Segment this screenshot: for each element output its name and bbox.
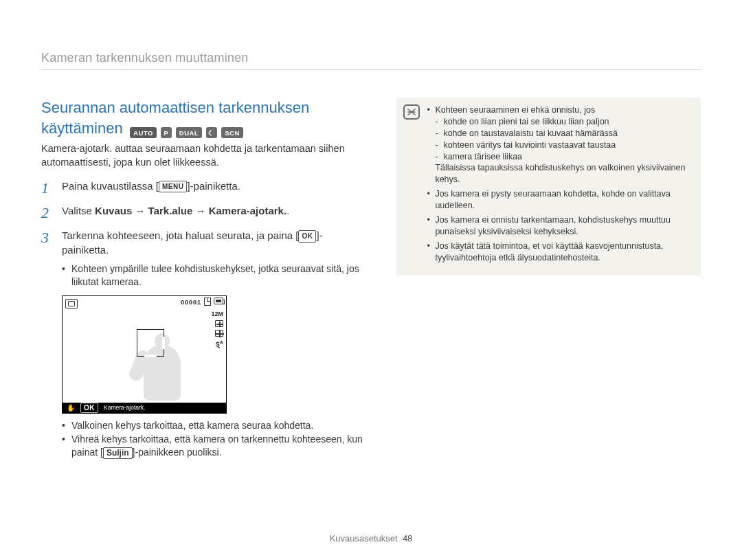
step3-subbullets: Kohteen ympärille tulee kohdistuskehykse… (62, 262, 369, 289)
camera-preview-illustration: 00001 12M ȿᴬ ✋ OK (62, 295, 227, 414)
mode-badge-dual: DUAL (176, 127, 202, 138)
step1-text-b: ]-painiketta. (187, 180, 240, 192)
section-title: Seurannan automaattisen tarkennuksen käy… (41, 98, 369, 138)
page-footer: Kuvausasetukset 48 (0, 533, 742, 544)
camera-bottom-bar: ✋ OK Kamera-ajotark. (63, 403, 226, 413)
post-illustration-bullets: Valkoinen kehys tarkoittaa, että kamera … (62, 419, 369, 460)
bullet2-text-b: ]-painikkeen puoliksi. (133, 447, 222, 458)
note-list: Kohteen seuraaminen ei ehkä onnistu, jos… (427, 104, 693, 263)
battery-icon (214, 298, 223, 304)
section-title-line2: käyttäminen (41, 120, 123, 137)
note-box: Kohteen seuraaminen ei ehkä onnistu, jos… (396, 98, 701, 276)
note-sublist: kohde on liian pieni tai se liikkuu liia… (435, 116, 693, 163)
steps-list: 1 Paina kuvaustilassa [MENU]-painiketta.… (41, 179, 369, 257)
note-subitem: kohde on liian pieni tai se liikkuu liia… (435, 116, 693, 128)
mode-badge-scn: SCN (221, 127, 243, 138)
camera-mode-icon (65, 299, 78, 309)
footer-section: Kuvausasetukset (330, 533, 398, 544)
metering-icon (215, 330, 223, 337)
note-item-text: Kohteen seuraaminen ei ehkä onnistu, jos (435, 105, 595, 115)
step-text: Paina kuvaustilassa [MENU]-painiketta. (62, 179, 369, 193)
intro-text: Kamera-ajotark. auttaa seuraamaan kohdet… (41, 142, 369, 169)
step-text: Valitse Kuvaus → Tark.alue → Kamera-ajot… (62, 204, 369, 218)
page-number: 48 (403, 533, 412, 544)
mode-badge-p: P (161, 127, 172, 138)
note-subitem: kamera tärisee liikaa (435, 151, 693, 163)
step-number: 2 (41, 204, 55, 222)
right-icon-stack: 12M ȿᴬ (211, 311, 223, 348)
list-item: Vihreä kehys tarkoittaa, että kamera on … (62, 433, 369, 459)
right-column: Kohteen seuraaminen ei ehkä onnistu, jos… (396, 98, 701, 460)
sd-card-icon (204, 298, 211, 306)
note-item: Jos käytät tätä toimintoa, et voi käyttä… (427, 240, 693, 264)
mode-badge-night: ☾ (206, 127, 217, 138)
step2-bold-path: Kuvaus → Tark.alue → Kamera-ajotark. (95, 205, 286, 216)
menu-key-icon: MENU (159, 181, 187, 193)
note-subitem: kohteen väritys tai kuviointi vastaavat … (435, 139, 693, 151)
content-columns: Seurannan automaattisen tarkennuksen käy… (41, 98, 701, 460)
step-number: 1 (41, 179, 55, 197)
note-item: Jos kamera ei onnistu tarkentamaan, kohd… (427, 214, 693, 238)
step-text: Tarkenna kohteeseen, jota haluat seurata… (62, 229, 369, 257)
step1-text-a: Paina kuvaustilassa [ (62, 180, 159, 192)
step-1: 1 Paina kuvaustilassa [MENU]-painiketta. (41, 179, 369, 197)
af-point-icon (215, 320, 223, 327)
section-title-line1: Seurannan automaattisen tarkennuksen (41, 98, 369, 118)
step2-text-b: . (286, 205, 289, 216)
mode-badges: AUTO P DUAL ☾ SCN (130, 127, 243, 138)
page-breadcrumb: Kameran tarkennuksen muuttaminen (41, 51, 701, 65)
note-item-tail: Tällaisissa tapauksissa kohdistuskehys o… (435, 163, 685, 184)
shutter-key-label: Suljin (103, 447, 133, 458)
note-item: Kohteen seuraaminen ei ehkä onnistu, jos… (427, 104, 693, 186)
list-item: Valkoinen kehys tarkoittaa, että kamera … (62, 419, 369, 432)
note-subitem: kohde on taustavalaistu tai kuvaat hämär… (435, 128, 693, 139)
mode-badge-auto: AUTO (130, 127, 157, 138)
flash-icon: ȿᴬ (216, 339, 223, 348)
tracking-mode-label: Kamera-ajotark. (104, 404, 145, 411)
note-item: Jos kamera ei pysty seuraamaan kohdetta,… (427, 188, 693, 212)
ok-key-icon: OK (80, 403, 98, 413)
hand-palm-icon: ✋ (67, 404, 75, 412)
left-column: Seurannan automaattisen tarkennuksen käy… (41, 98, 369, 460)
step-3: 3 Tarkenna kohteeseen, jota haluat seura… (41, 229, 369, 257)
step-number: 3 (41, 229, 55, 247)
step2-text-a: Valitse (62, 205, 95, 216)
ok-key-icon: OK (298, 230, 316, 243)
tracking-focus-frame-overlay (137, 329, 164, 357)
sub-bullet: Kohteen ympärille tulee kohdistuskehykse… (62, 262, 369, 289)
image-size-label: 12M (211, 311, 223, 317)
frame-counter: 00001 (181, 299, 201, 306)
page: Kameran tarkennuksen muuttaminen Seurann… (0, 0, 742, 560)
header-divider (41, 69, 701, 70)
step-2: 2 Valitse Kuvaus → Tark.alue → Kamera-aj… (41, 204, 369, 222)
note-info-icon (403, 104, 420, 120)
step3-text-a: Tarkenna kohteeseen, jota haluat seurata… (62, 229, 298, 241)
